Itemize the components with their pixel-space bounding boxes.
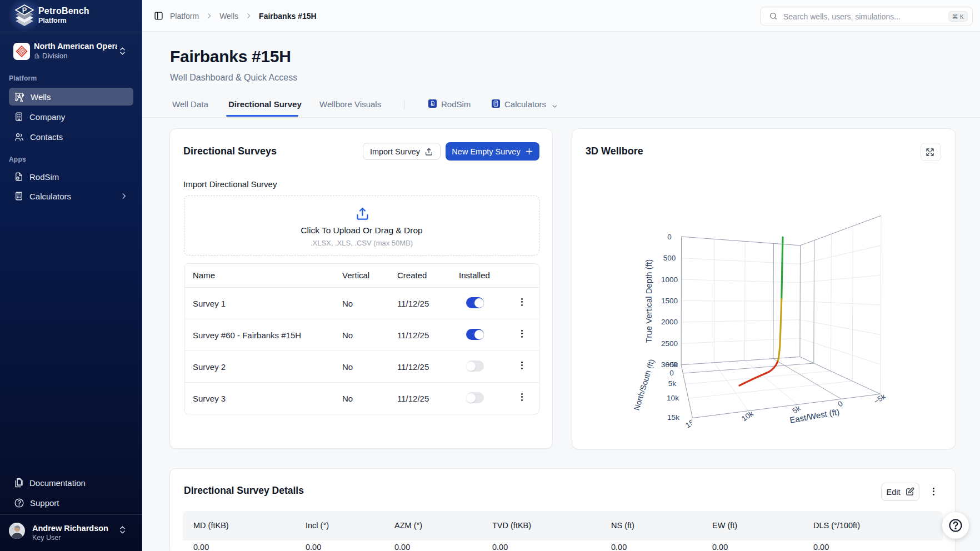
svg-text:2000: 2000 bbox=[661, 318, 678, 326]
svg-text:1500: 1500 bbox=[661, 297, 678, 305]
svg-text:1000: 1000 bbox=[661, 276, 678, 284]
svg-text:5k: 5k bbox=[668, 379, 677, 388]
svg-text:0: 0 bbox=[667, 233, 672, 241]
svg-text:2500: 2500 bbox=[661, 339, 678, 348]
svg-text:10k: 10k bbox=[667, 394, 679, 402]
svg-text:0: 0 bbox=[669, 369, 674, 377]
svg-text:P: P bbox=[22, 6, 27, 14]
svg-text:500: 500 bbox=[663, 254, 676, 262]
svg-text:North/South (ft): North/South (ft) bbox=[632, 358, 656, 411]
svg-text:−5k: −5k bbox=[872, 392, 887, 406]
svg-text:15k: 15k bbox=[667, 413, 679, 422]
svg-text:−5k: −5k bbox=[666, 360, 678, 369]
svg-text:True Vertical Depth (ft): True Vertical Depth (ft) bbox=[644, 259, 653, 343]
